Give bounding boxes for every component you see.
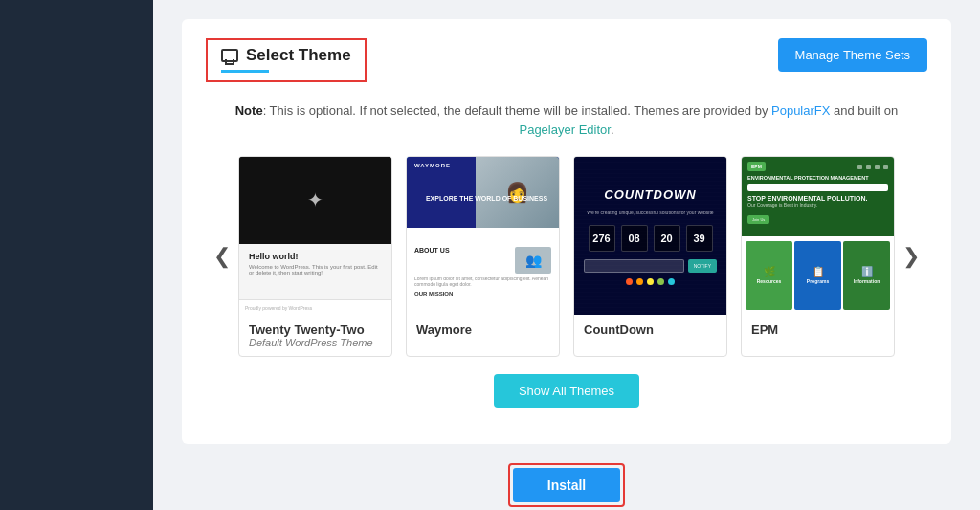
epm-logo: EPM (747, 162, 766, 171)
ttw-bird-icon: ✦ (307, 188, 323, 211)
dot-2 (636, 278, 643, 285)
show-all-row: Show All Themes (206, 374, 927, 408)
theme-info-epm: EPM (742, 315, 894, 344)
dot-1 (626, 278, 633, 285)
waymore-bottom: 👥 ABOUT US Lorem ipsum dolor sit amet, c… (407, 228, 559, 315)
theme-sub-twentytwentytwo: Default WordPress Theme (249, 337, 382, 348)
epm-col-label-resources: Resources (757, 278, 782, 284)
section-title: Select Theme (246, 46, 351, 65)
countdown-input-row: NOTIFY (584, 259, 717, 273)
countdown-dots (626, 278, 675, 285)
bottom-section: Install Email installation details to : (182, 463, 951, 510)
epm-nav-dot-4 (883, 165, 888, 169)
note-text: Note: This is optional. If not selected,… (206, 101, 927, 139)
waymore-about-img: 👥 (515, 247, 551, 274)
note-bold: Note (235, 103, 263, 118)
epm-bottom: 🌿 Resources 📋 Programs ℹ️ Information (742, 236, 894, 316)
waymore-about-body: Lorem ipsum dolor sit amet, consectetur … (414, 276, 551, 287)
title-underline (221, 70, 269, 73)
epm-col-information: ℹ️ Information (843, 241, 890, 311)
theme-preview-epm: EPM ENVIRONMENTAL PROTECTION MANAGEMENT (742, 157, 894, 315)
install-button[interactable]: Install (513, 468, 620, 502)
theme-info-waymore: Waymore (407, 315, 559, 344)
main-content: Select Theme Manage Theme Sets Note: Thi… (153, 0, 980, 510)
themes-container: ❮ ✦ Hello world! Welcome to WordPress. T… (206, 156, 927, 357)
ttw-bottom: Hello world! Welcome to WordPress. This … (239, 244, 391, 299)
monitor-icon (221, 49, 238, 62)
epm-cta-btn: Join Us (747, 215, 769, 224)
epm-nav-dot (858, 165, 862, 169)
epm-nav (858, 165, 888, 169)
waymore-title-text: WAYMORE (414, 163, 451, 168)
theme-info-twentytwentytwo: Twenty Twenty-Two Default WordPress Them… (239, 315, 391, 356)
epm-col-label-programs: Programs (807, 278, 829, 284)
manage-theme-sets-button[interactable]: Manage Theme Sets (778, 38, 927, 72)
epm-col-programs: 📋 Programs (794, 241, 841, 311)
epm-col-icon-resources: 🌿 (764, 266, 775, 277)
theme-info-countdown: CountDown (574, 315, 726, 344)
theme-preview-countdown: COUNTDOWN We're creating unique, success… (574, 157, 726, 315)
countdown-box-hours: 08 (621, 225, 648, 252)
dot-4 (657, 278, 664, 285)
prev-arrow[interactable]: ❮ (206, 244, 238, 269)
epm-hero-sub: Our Coverage is Best in Industry. (747, 202, 888, 208)
theme-card-epm[interactable]: EPM ENVIRONMENTAL PROTECTION MANAGEMENT (741, 156, 895, 357)
themes-grid: ✦ Hello world! Welcome to WordPress. Thi… (238, 156, 895, 357)
epm-col-icon-programs: 📋 (813, 266, 824, 277)
note-middle: and built on (830, 103, 898, 118)
theme-card-waymore[interactable]: WAYMORE 👩 EXPLORE THE WORLD OF BUSINESS … (406, 156, 560, 357)
epm-col-resources: 🌿 Resources (746, 241, 792, 311)
popularfx-link[interactable]: PopularFX (771, 103, 830, 118)
select-theme-card: Select Theme Manage Theme Sets Note: Thi… (182, 19, 951, 444)
note-body: : This is optional. If not selected, the… (263, 103, 771, 118)
waymore-top: WAYMORE 👩 EXPLORE THE WORLD OF BUSINESS (407, 157, 559, 228)
theme-name-waymore: Waymore (416, 322, 549, 337)
epm-search-bar (747, 184, 888, 191)
dot-3 (647, 278, 654, 285)
countdown-submit-btn[interactable]: NOTIFY (688, 259, 717, 273)
waymore-mission: OUR MISSION (414, 291, 551, 297)
theme-preview-twentytwentytwo: ✦ Hello world! Welcome to WordPress. Thi… (239, 157, 391, 315)
epm-hero-title: STOP ENVIRONMENTAL POLLUTION. (747, 195, 888, 202)
theme-name-countdown: CountDown (584, 322, 717, 337)
waymore-about-title: 👥 ABOUT US (414, 247, 551, 274)
note-suffix: . (611, 122, 614, 137)
dot-5 (668, 278, 675, 285)
countdown-box-minutes: 20 (654, 225, 680, 252)
epm-header-bar: EPM (747, 162, 888, 171)
section-title-wrapper: Select Theme (206, 38, 367, 82)
countdown-main-title: COUNTDOWN (604, 188, 696, 202)
countdown-email-input[interactable] (584, 259, 684, 273)
install-btn-wrapper: Install (508, 463, 625, 507)
countdown-box-seconds: 39 (686, 225, 713, 252)
theme-name-epm: EPM (751, 322, 884, 337)
ttw-top: ✦ (239, 157, 391, 244)
theme-preview-waymore: WAYMORE 👩 EXPLORE THE WORLD OF BUSINESS … (407, 157, 559, 315)
ttw-body: Welcome to WordPress. This is your first… (249, 264, 382, 276)
card-header: Select Theme Manage Theme Sets (206, 38, 927, 82)
epm-col-label-information: Information (854, 278, 880, 284)
show-all-themes-button[interactable]: Show All Themes (494, 374, 639, 408)
pagelayer-link[interactable]: Pagelayer Editor (519, 122, 610, 137)
theme-name-twentytwentytwo: Twenty Twenty-Two (249, 322, 382, 337)
countdown-numbers: 276 08 20 39 (589, 225, 713, 252)
countdown-subtitle: We're creating unique, successful soluti… (587, 210, 713, 215)
theme-card-countdown[interactable]: COUNTDOWN We're creating unique, success… (573, 156, 727, 357)
epm-full-name: ENVIRONMENTAL PROTECTION MANAGEMENT (747, 175, 888, 181)
ttw-title: Hello world! (249, 252, 382, 261)
theme-card-twentytwentytwo[interactable]: ✦ Hello world! Welcome to WordPress. Thi… (238, 156, 392, 357)
sidebar (0, 0, 153, 510)
next-arrow[interactable]: ❯ (895, 244, 927, 269)
section-title-row: Select Theme (221, 46, 351, 65)
epm-top: EPM ENVIRONMENTAL PROTECTION MANAGEMENT (742, 157, 894, 236)
ttw-footer: Proudly powered by WordPress (239, 299, 391, 315)
epm-nav-dot-3 (875, 165, 880, 169)
epm-col-icon-information: ℹ️ (861, 266, 873, 277)
countdown-box-days: 276 (589, 225, 615, 252)
epm-nav-dot-2 (866, 165, 871, 169)
